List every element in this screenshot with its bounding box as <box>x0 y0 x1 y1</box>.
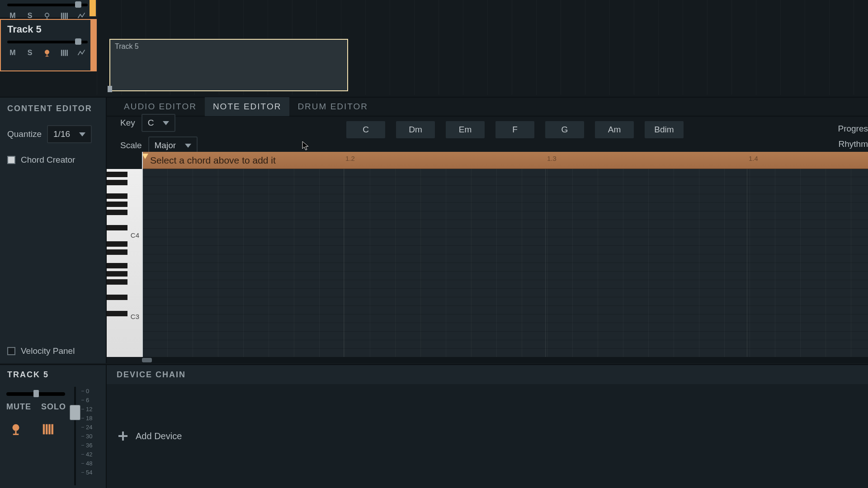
db-tick: 36 <box>86 442 92 449</box>
track-volume-slider[interactable] <box>7 4 88 6</box>
chord-creator-label: Chord Creator <box>21 155 75 165</box>
mixer-strip: MUTE SOLO 0 6 12 18 24 30 36 42 48 <box>0 384 107 488</box>
chord-button-bdim[interactable]: Bdim <box>645 121 684 138</box>
key-label-c4: C4 <box>131 231 139 239</box>
rhythm-label[interactable]: Rhythm <box>838 136 868 152</box>
key-value: C <box>148 118 154 128</box>
db-tick: 18 <box>86 415 92 422</box>
piano-roll-icon[interactable] <box>40 421 57 438</box>
svg-point-1 <box>45 50 49 54</box>
slider-knob[interactable] <box>75 38 81 45</box>
velocity-panel-label: Velocity Panel <box>21 346 75 356</box>
bar-label: 1.3 <box>547 155 557 162</box>
chord-button-g[interactable]: G <box>545 121 584 138</box>
chord-buttons: C Dm Em F G Am Bdim <box>346 121 684 138</box>
editor-row: CONTENT EDITOR Quantize 1/16 Chord Creat… <box>0 97 868 363</box>
chord-button-f[interactable]: F <box>495 121 534 138</box>
slider-knob[interactable] <box>75 1 81 8</box>
chevron-down-icon <box>79 132 85 136</box>
piano-keys[interactable]: C4 C3 <box>107 169 142 357</box>
scale-label: Scale <box>120 141 142 150</box>
track-header-5[interactable]: Track 5 M S <box>0 19 97 71</box>
playhead-line[interactable] <box>142 152 143 357</box>
db-tick: 48 <box>86 460 92 467</box>
scale-value: Major <box>155 141 176 150</box>
content-editor-panel: CONTENT EDITOR Quantize 1/16 Chord Creat… <box>0 98 107 363</box>
bar-label: 1.2 <box>345 155 355 162</box>
editor-main: AUDIO EDITOR NOTE EDITOR DRUM EDITOR Key… <box>107 98 868 363</box>
db-tick: 0 <box>86 388 89 394</box>
bottom-row: TRACK 5 DEVICE CHAIN MUTE SOLO 0 6 12 18 <box>0 364 868 488</box>
db-tick: 24 <box>86 424 92 431</box>
mute-button[interactable]: M <box>7 48 18 58</box>
midi-clip[interactable]: Track 5 <box>109 39 348 91</box>
chord-button-dm[interactable]: Dm <box>396 121 435 138</box>
track-volume-slider[interactable] <box>7 41 88 43</box>
piano-roll-icon[interactable] <box>59 48 70 58</box>
chord-button-am[interactable]: Am <box>595 121 634 138</box>
db-tick: 12 <box>86 406 92 413</box>
device-chain-title: DEVICE CHAIN <box>107 365 868 384</box>
key-label-c3: C3 <box>131 313 139 320</box>
velocity-panel-checkbox[interactable] <box>7 347 15 355</box>
add-device-button[interactable]: Add Device <box>118 431 182 441</box>
svg-point-0 <box>45 13 49 17</box>
key-label: Key <box>120 118 135 128</box>
panel-title: CONTENT EDITOR <box>7 104 99 113</box>
horizontal-scrollbar[interactable] <box>142 357 868 363</box>
track-headers-column: Track 4 M S Track 5 <box>0 0 97 95</box>
record-arm-icon[interactable] <box>7 421 24 438</box>
db-tick: 54 <box>86 469 92 476</box>
piano-roll-ruler[interactable]: Select a chord above to add it 1.2 1.3 1… <box>142 152 868 169</box>
device-chain-body[interactable]: Add Device <box>107 384 868 488</box>
fader-track <box>74 387 76 485</box>
progression-label[interactable]: Progres <box>838 121 868 136</box>
quantize-dropdown[interactable]: 1/16 <box>47 125 92 143</box>
piano-roll-grid[interactable] <box>142 169 868 357</box>
track-color-stripe <box>90 20 97 70</box>
solo-button[interactable]: S <box>24 48 35 58</box>
record-arm-icon[interactable] <box>42 48 52 58</box>
tab-note-editor[interactable]: NOTE EDITOR <box>205 97 290 116</box>
mixer-track-title: TRACK 5 <box>0 365 107 384</box>
piano-roll: Select a chord above to add it 1.2 1.3 1… <box>107 152 868 363</box>
chord-toolbar: Key C Scale Major C Dm Em <box>107 117 868 152</box>
right-side-labels: Progres Rhythm <box>838 121 868 152</box>
key-dropdown[interactable]: C <box>142 114 176 132</box>
quantize-label: Quantize <box>7 129 42 139</box>
svg-point-2 <box>13 424 19 431</box>
automation-icon[interactable] <box>76 48 87 58</box>
fader-handle[interactable] <box>70 405 80 420</box>
plus-icon <box>118 431 128 441</box>
bar-label: 1.4 <box>749 155 758 162</box>
mute-button[interactable]: MUTE <box>6 402 31 412</box>
quantize-value: 1/16 <box>53 129 70 139</box>
timeline[interactable]: Track 5 <box>97 0 868 95</box>
tab-audio-editor[interactable]: AUDIO EDITOR <box>116 97 205 116</box>
playhead-marker-icon[interactable] <box>142 154 148 159</box>
clip-resize-handle[interactable] <box>108 86 112 92</box>
db-tick: 42 <box>86 451 92 458</box>
db-scale: 0 6 12 18 24 30 36 42 48 54 <box>86 387 104 485</box>
scrollbar-thumb[interactable] <box>142 358 152 362</box>
pan-knob[interactable] <box>33 390 39 397</box>
chord-hint: Select a chord above to add it <box>146 155 276 166</box>
volume-fader[interactable]: 0 6 12 18 24 30 36 42 48 54 <box>68 387 104 485</box>
tab-drum-editor[interactable]: DRUM EDITOR <box>289 97 376 116</box>
track-header-4[interactable]: Track 4 M S <box>0 0 97 17</box>
mouse-cursor-icon <box>302 141 309 151</box>
track-color-stripe <box>90 0 96 16</box>
db-tick: 30 <box>86 433 92 440</box>
add-device-label: Add Device <box>136 431 182 441</box>
chord-creator-checkbox[interactable] <box>7 156 15 164</box>
track-area: Track 4 M S Track 5 <box>0 0 868 95</box>
editor-tab-bar: AUDIO EDITOR NOTE EDITOR DRUM EDITOR <box>107 98 868 117</box>
chevron-down-icon <box>163 121 169 125</box>
track-name: Track 5 <box>7 23 90 35</box>
solo-button[interactable]: SOLO <box>41 402 66 412</box>
db-tick: 6 <box>86 397 89 404</box>
chord-button-c[interactable]: C <box>346 121 385 138</box>
clip-label: Track 5 <box>115 42 139 51</box>
chord-button-em[interactable]: Em <box>446 121 485 138</box>
pan-slider[interactable] <box>6 392 65 396</box>
